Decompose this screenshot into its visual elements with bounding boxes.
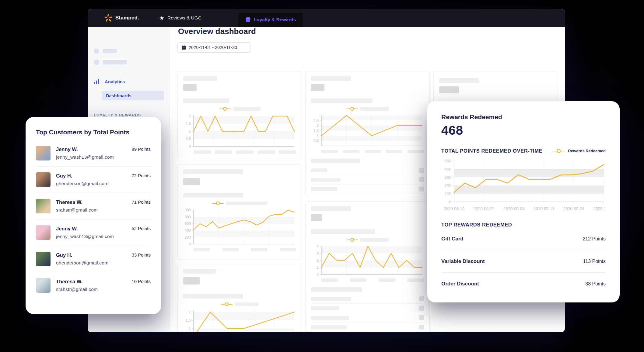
skeleton-bar bbox=[257, 150, 275, 154]
svg-text:0: 0 bbox=[317, 272, 319, 277]
svg-text:2: 2 bbox=[189, 114, 191, 118]
legend-marker-icon bbox=[221, 302, 233, 306]
bar-chart-icon bbox=[93, 79, 100, 84]
customer-name: Theresa W. bbox=[56, 199, 126, 205]
skeleton-line-chart: 0.511.522.5 bbox=[311, 113, 424, 148]
svg-text:200: 200 bbox=[185, 235, 191, 240]
svg-text:2020-09-13: 2020-09-13 bbox=[534, 206, 555, 211]
customer-name: Jenny W. bbox=[56, 147, 126, 152]
reward-points: 113 Points bbox=[583, 259, 606, 264]
chart-legend-skeleton bbox=[183, 107, 296, 111]
skeleton-list-row bbox=[311, 313, 424, 323]
logo-text: Stamped. bbox=[115, 15, 139, 21]
reward-label: Variable Discount bbox=[441, 258, 485, 264]
skeleton-line-chart: 01234 bbox=[311, 244, 424, 277]
top-customers-card: Top Customers by Total Points Jenny W. j… bbox=[26, 117, 161, 314]
svg-text:300: 300 bbox=[444, 175, 451, 180]
x-axis-skeleton-labels bbox=[321, 278, 424, 282]
tab-reviews-ugc[interactable]: ★ Reviews & UGC bbox=[159, 9, 201, 27]
customer-name: Guy H. bbox=[56, 173, 126, 179]
dashboard-card-skeleton-c: 00.511.52 bbox=[177, 264, 302, 332]
svg-text:0: 0 bbox=[449, 200, 451, 204]
avatar bbox=[36, 225, 51, 240]
skeleton-square bbox=[419, 187, 424, 192]
stamped-star-icon bbox=[104, 14, 113, 22]
svg-text:0: 0 bbox=[189, 144, 191, 149]
customer-email: jenny_wash13@gmail.com bbox=[56, 234, 126, 239]
customer-row: Theresa W. srahstr@gmail.com 71 Points bbox=[36, 193, 151, 219]
chart-legend-skeleton bbox=[311, 107, 424, 111]
skeleton-bar bbox=[222, 248, 239, 251]
sidebar-analytics-label: Analytics bbox=[105, 79, 125, 84]
skeleton-list-row bbox=[311, 175, 424, 185]
dashboard-card-skeleton-b: 02004006008001,000 bbox=[177, 164, 302, 260]
svg-text:800: 800 bbox=[185, 215, 191, 219]
skeleton-bar bbox=[386, 150, 402, 153]
svg-text:0.5: 0.5 bbox=[186, 137, 191, 141]
reward-row: Gift Card 212 Points bbox=[441, 228, 606, 250]
reward-points: 212 Points bbox=[583, 236, 606, 242]
rewards-chart-legend: Rewards Redeemed bbox=[552, 149, 606, 153]
svg-text:2: 2 bbox=[317, 258, 319, 263]
skeleton-line-chart: 00.511.52 bbox=[183, 113, 296, 149]
skeleton-bar bbox=[365, 150, 381, 153]
dashboard-card-skeleton-e: 01234 bbox=[305, 201, 430, 332]
skeleton-circle bbox=[94, 60, 99, 65]
customer-points: 33 Points bbox=[131, 252, 151, 257]
customer-row: Jenny W. jenny_wash13@gmail.com 89 Point… bbox=[36, 140, 151, 167]
skeleton-circle bbox=[94, 48, 99, 54]
svg-text:1.5: 1.5 bbox=[313, 129, 319, 133]
customer-name: Guy H. bbox=[56, 252, 126, 258]
skeleton-square bbox=[419, 306, 424, 311]
skeleton-bar bbox=[360, 107, 389, 111]
skeleton-bar bbox=[311, 316, 349, 320]
customer-points: 89 Points bbox=[131, 147, 151, 152]
customer-name: Jenny W. bbox=[56, 226, 126, 232]
customer-row: Jenny W. jenny_wash13@gmail.com 52 Point… bbox=[36, 219, 151, 246]
skeleton-bar bbox=[183, 98, 229, 103]
avatar bbox=[36, 278, 51, 293]
svg-text:2: 2 bbox=[317, 123, 319, 128]
avatar bbox=[36, 146, 51, 160]
skeleton-bar bbox=[280, 248, 296, 251]
svg-text:600: 600 bbox=[185, 222, 191, 226]
x-axis-skeleton-labels bbox=[194, 248, 296, 251]
skeleton-bar bbox=[215, 150, 232, 154]
skeleton-block bbox=[439, 86, 459, 93]
skeleton-bar bbox=[311, 187, 337, 191]
svg-text:1.5: 1.5 bbox=[186, 122, 191, 126]
skeleton-line-chart: 00.511.52 bbox=[183, 308, 296, 332]
skeleton-block bbox=[183, 84, 197, 91]
legend-label: Rewards Redeemed bbox=[568, 149, 606, 153]
avatar bbox=[36, 199, 51, 213]
skeleton-bar bbox=[311, 287, 362, 292]
gift-icon bbox=[245, 17, 251, 22]
skeleton-bar bbox=[311, 206, 351, 211]
skeleton-square bbox=[419, 296, 424, 301]
date-range-value: 2020-11-01 - 2020-11-30 bbox=[189, 45, 237, 50]
stamped-logo: Stamped. bbox=[104, 9, 139, 27]
svg-text:500: 500 bbox=[444, 159, 451, 163]
tab-loyalty-rewards[interactable]: Loyalty & Rewards bbox=[238, 13, 303, 27]
skeleton-bar bbox=[183, 193, 243, 198]
skeleton-bar bbox=[183, 76, 217, 81]
skeleton-bar bbox=[236, 150, 254, 154]
date-range-picker[interactable]: 2020-11-01 - 2020-11-30 bbox=[177, 42, 250, 53]
sidebar-item-analytics[interactable]: Analytics bbox=[93, 79, 125, 84]
skeleton-bar bbox=[311, 159, 360, 163]
rewards-redeemed-card: Rewards Redeemed 468 TOTAL POINTS REDEEM… bbox=[427, 101, 620, 302]
svg-text:0.5: 0.5 bbox=[313, 139, 319, 143]
top-rewards-list: Gift Card 212 Points Variable Discount 1… bbox=[441, 228, 606, 295]
customer-email: jenny_wash13@gmail.com bbox=[56, 154, 126, 160]
skeleton-bar bbox=[183, 169, 243, 174]
legend-marker-icon bbox=[346, 107, 358, 111]
skeleton-bar bbox=[194, 248, 210, 251]
customer-points: 71 Points bbox=[131, 199, 151, 205]
reward-row: Variable Discount 113 Points bbox=[441, 250, 606, 273]
sidebar-item-dashboards[interactable]: Dashboards bbox=[102, 91, 164, 100]
svg-text:2020-10-04: 2020-10-04 bbox=[593, 206, 606, 211]
calendar-icon bbox=[181, 45, 186, 50]
svg-text:400: 400 bbox=[444, 167, 451, 171]
skeleton-list-row bbox=[311, 185, 424, 194]
skeleton-list-row bbox=[311, 294, 424, 304]
